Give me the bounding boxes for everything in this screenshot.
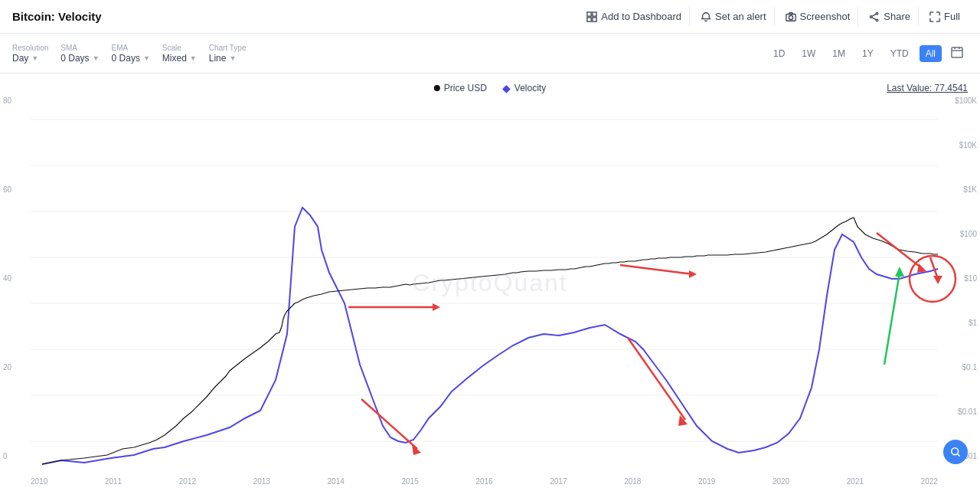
add-dashboard-button[interactable]: Add to Dashboard — [579, 7, 690, 26]
svg-point-5 — [789, 15, 792, 19]
svg-marker-34 — [895, 267, 904, 277]
toolbar-right: 1D 1W 1M 1Y YTD All — [767, 43, 968, 64]
chart-legend: Price USD ◆ Velocity — [434, 83, 546, 93]
svg-line-22 — [620, 265, 693, 274]
svg-rect-0 — [587, 11, 591, 15]
time-ytd-button[interactable]: YTD — [884, 45, 915, 62]
resolution-dropdown[interactable]: Resolution Day ▼ — [12, 44, 48, 64]
price-legend-dot — [434, 85, 440, 91]
bell-icon — [701, 11, 711, 22]
svg-line-33 — [884, 273, 900, 365]
chart-type-dropdown[interactable]: Chart Type Line ▼ — [209, 44, 247, 64]
svg-marker-27 — [412, 444, 421, 455]
header-actions: Add to Dashboard Set an alert Screenshot… — [579, 7, 968, 26]
svg-line-10 — [872, 17, 876, 19]
velocity-legend-diamond: ◆ — [502, 83, 511, 93]
search-icon — [949, 446, 962, 458]
last-value-label: Last Value: 77.4541 — [887, 83, 968, 93]
set-alert-button[interactable]: Set an alert — [693, 7, 775, 26]
legend-price: Price USD — [434, 83, 487, 93]
time-1m-button[interactable]: 1M — [826, 45, 851, 62]
time-all-button[interactable]: All — [920, 45, 942, 62]
dashboard-icon — [586, 11, 597, 22]
svg-line-30 — [930, 257, 938, 279]
svg-rect-2 — [587, 17, 591, 21]
time-1w-button[interactable]: 1W — [795, 45, 822, 62]
svg-line-28 — [628, 338, 685, 420]
svg-point-35 — [952, 448, 959, 455]
time-1d-button[interactable]: 1D — [767, 45, 791, 62]
header: Bitcoin: Velocity Add to Dashboard Set a… — [0, 0, 980, 34]
chart-svg — [0, 74, 980, 491]
page-title: Bitcoin: Velocity — [12, 10, 102, 23]
chevron-down-icon: ▼ — [229, 54, 236, 62]
camera-icon — [786, 11, 796, 22]
time-1y-button[interactable]: 1Y — [856, 45, 880, 62]
svg-rect-1 — [593, 11, 596, 15]
full-button[interactable]: Full — [922, 7, 968, 26]
share-button[interactable]: Share — [861, 7, 919, 26]
legend-velocity: ◆ Velocity — [502, 83, 546, 93]
chevron-down-icon: ▼ — [31, 54, 38, 62]
svg-line-36 — [958, 454, 960, 457]
svg-point-6 — [877, 12, 879, 15]
chevron-down-icon: ▼ — [143, 54, 150, 62]
svg-marker-23 — [689, 270, 697, 278]
calendar-icon — [951, 46, 963, 58]
svg-marker-25 — [917, 264, 926, 273]
price-line — [42, 218, 938, 464]
sma-dropdown[interactable]: SMA 0 Days ▼ — [60, 44, 99, 64]
svg-rect-11 — [952, 47, 962, 57]
svg-point-8 — [871, 15, 873, 18]
chart-container: Price USD ◆ Velocity Last Value: 77.4541… — [0, 74, 980, 491]
svg-point-7 — [877, 19, 879, 21]
scale-dropdown[interactable]: Scale Mixed ▼ — [162, 44, 197, 64]
svg-marker-21 — [433, 303, 440, 311]
toolbar: Resolution Day ▼ SMA 0 Days ▼ EMA 0 Days… — [0, 34, 980, 74]
toolbar-left: Resolution Day ▼ SMA 0 Days ▼ EMA 0 Days… — [12, 44, 247, 64]
svg-line-9 — [872, 14, 876, 16]
x-axis: 2010 2011 2012 2013 2014 2015 2016 2017 … — [31, 472, 938, 491]
chevron-down-icon: ▼ — [190, 54, 197, 62]
expand-icon — [929, 11, 940, 22]
chevron-down-icon: ▼ — [93, 54, 100, 62]
screenshot-button[interactable]: Screenshot — [778, 7, 859, 26]
share-icon — [869, 11, 880, 22]
ema-dropdown[interactable]: EMA 0 Days ▼ — [112, 44, 150, 64]
search-fab-button[interactable] — [943, 440, 968, 464]
svg-rect-3 — [593, 17, 596, 21]
calendar-button[interactable] — [946, 43, 968, 64]
svg-marker-31 — [933, 276, 942, 284]
